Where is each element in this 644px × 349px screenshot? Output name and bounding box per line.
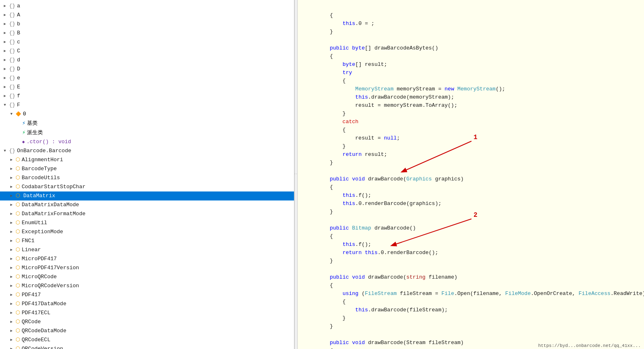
tree-item-QRCodeECL[interactable]: ▶⬡QRCodeECL [0,335,294,344]
expand-icon[interactable]: ▶ [8,229,15,235]
tree-item-EnumUtil[interactable]: ▶⬡EnumUtil [0,218,294,227]
tree-item-FNC1[interactable]: ▶⬡FNC1 [0,236,294,245]
expand-icon[interactable]: ▶ [8,247,15,253]
expand-icon[interactable]: ▶ [2,48,8,54]
expand-icon[interactable]: ▶ [8,202,15,208]
expand-icon[interactable] [15,139,21,145]
expand-icon[interactable] [15,120,21,127]
tree-item-label: e [17,74,20,82]
tree-item-CodabarStartStopChar[interactable]: ▶⬡CodabarStartStopChar [0,182,294,191]
tree-item-label: DataMatrixDataMode [22,201,79,209]
panel-divider[interactable]: ⋮ [294,0,298,349]
tree-item-ns-OnBarcode[interactable]: ▼{}OnBarcode.Barcode [0,146,294,155]
expand-icon[interactable]: ▶ [8,292,15,298]
tree-item-MicroPDF417Version[interactable]: ▶⬡MicroPDF417Version [0,263,294,272]
tree-item-label: d [17,56,20,64]
namespace-icon: {} [9,74,16,82]
tree-item-DataMatrix[interactable]: ▶⬡DataMatrix [0,191,294,200]
tree-item-PDF417ECL[interactable]: ▶⬡PDF417ECL [0,308,294,317]
expand-icon[interactable]: ▼ [2,102,8,108]
tree-item-BarcodeUtils[interactable]: ▶⬡BarcodeUtils [0,173,294,182]
tree-item-ns-d[interactable]: ▶{}d [0,56,294,65]
tree-item-ns-D[interactable]: ▶{}D [0,65,294,74]
namespace-icon: {} [9,11,16,19]
base-class-icon: ⚡ [22,119,25,128]
expand-icon[interactable]: ▶ [2,12,8,18]
expand-icon[interactable]: ▶ [8,193,15,199]
expand-icon[interactable]: ▶ [8,265,15,271]
tree-item-DataMatrixDataMode[interactable]: ▶⬡DataMatrixDataMode [0,200,294,209]
tree-item-MicroQRCode[interactable]: ▶⬡MicroQRCode [0,272,294,281]
expand-icon[interactable]: ▶ [8,256,15,262]
tree-item-QRCode[interactable]: ▶⬡QRCode [0,317,294,326]
tree-item-MicroPDF417[interactable]: ▶⬡MicroPDF417 [0,254,294,263]
expand-icon[interactable]: ▶ [8,328,15,334]
tree-item-ns-c[interactable]: ▶{}c [0,38,294,47]
tree-item-ExceptionMode[interactable]: ▶⬡ExceptionMode [0,227,294,236]
expand-icon[interactable]: ▶ [8,283,15,289]
expand-icon[interactable]: ▶ [8,211,15,217]
class-icon: ⬡ [16,309,20,317]
tree-item-ns-A[interactable]: ▶{}A [0,11,294,20]
tree-item-ctor[interactable]: ◆.ctor() : void [0,137,294,146]
expand-icon[interactable]: ▶ [8,301,15,307]
tree-item-base[interactable]: ⚡基类 [0,119,294,128]
tree-item-DataMatrixFormatMode[interactable]: ▶⬡DataMatrixFormatMode [0,209,294,218]
expand-icon[interactable]: ▶ [8,346,15,349]
tree-item-label: BarcodeUtils [22,174,60,182]
tree-item-ns-a[interactable]: ▶{}a [0,2,294,11]
code-panel: { this.0 = ; } public byte[] drawBarcode… [298,0,644,349]
expand-icon[interactable]: ▶ [2,3,8,9]
expand-icon[interactable]: ▶ [2,75,8,81]
tree-item-QRCodeVersion[interactable]: ▶⬡QRCodeVersion [0,344,294,349]
tree-item-ns-f[interactable]: ▶{}f [0,92,294,101]
expand-icon[interactable]: ▶ [8,274,15,280]
expand-icon[interactable]: ▶ [8,310,15,316]
tree-item-QRCodeDataMode[interactable]: ▶⬡QRCodeDataMode [0,326,294,335]
class-icon: ⬡ [16,201,20,209]
tree-item-label: MicroPDF417Version [22,264,79,272]
expand-icon[interactable]: ▼ [2,148,8,154]
tree-item-label: EnumUtil [22,219,47,227]
expand-icon[interactable]: ▶ [2,84,8,90]
class-group-icon: 🔶 [16,110,21,118]
expand-icon[interactable]: ▶ [8,184,15,190]
tree-item-PDF417[interactable]: ▶⬡PDF417 [0,290,294,299]
class-icon: ⬡ [16,228,20,236]
tree-item-label: D [17,65,20,73]
tree-item-ns-B[interactable]: ▶{}B [0,29,294,38]
tree-item-ns-F-0[interactable]: ▼🔶0 [0,110,294,119]
tree-item-label: a [17,2,20,10]
tree-item-label: .ctor() : void [27,138,71,146]
expand-icon[interactable]: ▶ [2,30,8,36]
expand-icon[interactable]: ▶ [8,238,15,244]
expand-icon[interactable]: ▶ [2,57,8,63]
expand-icon[interactable]: ▶ [8,166,15,172]
expand-icon[interactable]: ▶ [2,93,8,99]
expand-icon[interactable]: ▼ [8,111,15,117]
class-icon: ⬡ [16,210,20,218]
tree-item-Linear[interactable]: ▶⬡Linear [0,245,294,254]
expand-icon[interactable]: ▶ [2,66,8,72]
expand-icon[interactable]: ▶ [8,319,15,325]
tree-item-ns-e[interactable]: ▶{}e [0,74,294,83]
expand-icon[interactable] [15,130,21,136]
tree-item-ns-E[interactable]: ▶{}E [0,83,294,92]
expand-icon[interactable]: ▶ [8,337,15,343]
tree-item-derived[interactable]: ⚡派生类 [0,128,294,137]
expand-icon[interactable]: ▶ [8,220,15,226]
tree-item-BarcodeType[interactable]: ▶⬡BarcodeType [0,164,294,173]
tree-item-label: DataMatrix [22,192,57,200]
tree-item-ns-F[interactable]: ▼{}F [0,101,294,110]
tree-item-AlignmentHori[interactable]: ▶⬡AlignmentHori [0,155,294,164]
tree-item-label: QRCode [22,318,41,326]
expand-icon[interactable]: ▶ [8,157,15,163]
method-icon: ◆ [22,138,25,146]
tree-item-ns-b[interactable]: ▶{}b [0,20,294,29]
tree-item-PDF417DataMode[interactable]: ▶⬡PDF417DataMode [0,299,294,308]
expand-icon[interactable]: ▶ [2,21,8,27]
tree-item-ns-C[interactable]: ▶{}C [0,47,294,56]
tree-item-MicroQRCodeVersion[interactable]: ▶⬡MicroQRCodeVersion [0,281,294,290]
expand-icon[interactable]: ▶ [8,175,15,181]
expand-icon[interactable]: ▶ [2,39,8,45]
